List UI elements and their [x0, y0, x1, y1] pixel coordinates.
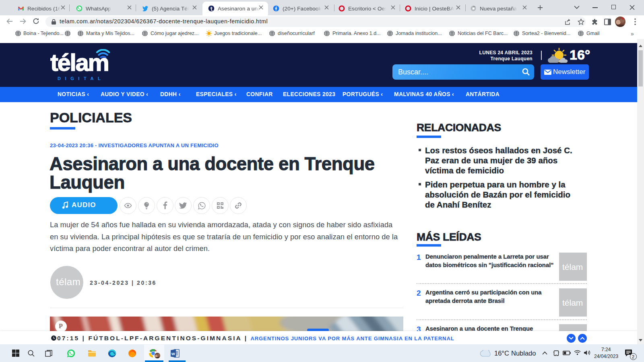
svg-text:W: W — [171, 352, 175, 356]
